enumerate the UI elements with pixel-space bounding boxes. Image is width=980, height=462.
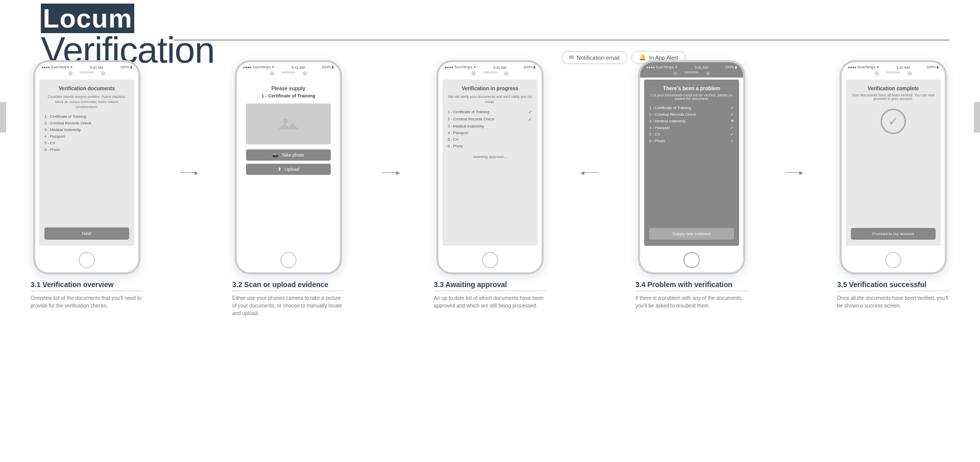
list-item: 5 - CV xyxy=(44,140,129,146)
arrow-1-2: ▶ xyxy=(180,172,195,173)
phone-1-camera-row xyxy=(35,69,138,78)
phone-5-wrapper: ●●●● SureTemps ✦ 9:41 AM 100% ▮ Verifica… xyxy=(832,60,954,310)
phone-2-subtitle: 1 - Certificate of Training xyxy=(246,93,331,98)
doc-label: 2 - Criminal Records Check xyxy=(448,117,495,121)
phone-1-sensor xyxy=(101,71,105,75)
section-3-number: 3.3 Awaiting approval xyxy=(434,280,546,289)
phone-3-camera xyxy=(472,71,476,75)
phone-3-body: We will verify your documents and we'll … xyxy=(448,94,532,105)
section-3-desc: An up to date list of which documents ha… xyxy=(434,294,546,310)
phone-5-home-btn[interactable] xyxy=(885,252,901,268)
phone-4-battery: 100% ▮ xyxy=(725,65,737,69)
doc-label: 1 - Certificate of Training xyxy=(649,106,691,110)
next-button[interactable]: Next xyxy=(44,227,129,240)
list-item: 4 - Passport xyxy=(44,133,129,140)
phone-4-carrier: ●●●● SureTemps ✦ xyxy=(646,65,678,69)
phone-1-time: 9:41 AM xyxy=(90,66,103,69)
take-photo-label: Take photo xyxy=(281,152,304,158)
check-icon: ✓ xyxy=(730,112,734,117)
proceed-button[interactable]: Proceed to my account xyxy=(851,228,936,240)
phone-4-camera-row xyxy=(640,69,743,78)
checklist-item-dark: 2 - Criminal Records Check ✓ xyxy=(649,111,734,118)
phone-1-label-section: 3.1 Verification overview Overview list … xyxy=(28,280,145,310)
checklist-item: 1 - Certificate of Training ✓ xyxy=(448,109,532,116)
section-3-divider xyxy=(434,291,546,291)
phone-2-time: 9:41 AM xyxy=(291,66,305,69)
phone-1-doc-list: 1 - Certificate of Training 2 - Criminal… xyxy=(44,113,129,153)
phone-1-body-text: Curabitur blandit tempus porttitor. Fusc… xyxy=(44,94,129,109)
sidebar-tab-left xyxy=(0,102,6,133)
phone-2-frame: ●●●● SureTemps ✦ 9:41 AM 100% ▮ Please s… xyxy=(235,60,342,274)
title-locum: Locum xyxy=(41,5,214,32)
phone-2-carrier: ●●●● SureTemps ✦ xyxy=(243,65,275,69)
checkmark-circle: ✓ xyxy=(880,109,906,134)
phone-4-body: 1 of your documents could not be verifie… xyxy=(649,93,734,100)
section-1-desc: Overview list of the documents that you'… xyxy=(31,294,143,310)
phone-4-label-section: 3.4 Problem with verification If there i… xyxy=(633,280,750,310)
section-2-divider xyxy=(232,291,345,291)
phone-2-wrapper: ●●●● SureTemps ✦ 9:41 AM 100% ▮ Please s… xyxy=(227,60,350,317)
section-4-desc: If there is a problem with any of the do… xyxy=(635,294,748,310)
doc-label: 4 - Passport xyxy=(649,125,670,130)
x-icon: ✕ xyxy=(730,119,734,123)
phone-1-battery: 100% ▮ xyxy=(120,65,132,69)
phone-2-sensor xyxy=(303,71,307,75)
phone-2-screen: Please supply 1 - Certificate of Trainin… xyxy=(241,80,336,246)
image-placeholder xyxy=(246,104,331,144)
checklist-item-dark: 5 - CV ✓ xyxy=(649,131,734,138)
phone-3-title: Verification in progress xyxy=(448,86,532,91)
section-5-number: 3.5 Verification successful xyxy=(837,280,949,289)
in-app-alert-label: In App Alert xyxy=(649,55,678,61)
phone-3-wrapper: ●●●● SureTemps ✦ 9:41 AM 100% ▮ Verifica… xyxy=(429,60,551,310)
phone-2-home-btn[interactable] xyxy=(280,252,297,268)
camera-icon: 📷 xyxy=(273,152,278,158)
arrow-4-5: ▶ xyxy=(785,172,800,173)
phone-5-camera-row xyxy=(842,69,945,78)
doc-label: 6 - Photo xyxy=(448,144,463,148)
checklist-item: 4 - Passport xyxy=(448,130,532,136)
section-1-divider xyxy=(31,291,143,291)
phone-3-carrier: ●●●● SureTemps ✦ xyxy=(445,65,476,69)
checklist-item: 6 - Photo xyxy=(448,143,532,149)
section-2-number: 3.2 Scan or upload evidence xyxy=(232,280,345,289)
phone-5-carrier: ●●●● SureTemps ✦ xyxy=(848,65,879,69)
supply-evidence-button[interactable]: Supply new evidence xyxy=(649,228,734,240)
locum-text: Locum xyxy=(41,4,134,33)
phone-5-title: Verification complete xyxy=(868,86,919,91)
check-icon: ✓ xyxy=(730,106,734,110)
checklist-item-dark: 1 - Certificate of Training ✓ xyxy=(649,105,734,111)
section-4-divider xyxy=(635,291,748,291)
phone-3-frame: ●●●● SureTemps ✦ 9:41 AM 100% ▮ Verifica… xyxy=(436,60,544,274)
phone-5-time: 9:41 AM xyxy=(896,66,910,69)
phone-3-sensor xyxy=(504,71,508,75)
arrow-3-4: ◀ xyxy=(583,172,599,173)
header-line xyxy=(174,40,949,40)
phone-1-screen: Verification documents Curabitur blandit… xyxy=(39,80,134,246)
phone-4-home-btn[interactable] xyxy=(683,252,700,268)
check-icon: ✓ xyxy=(730,125,734,130)
section-4-number: 3.4 Problem with verification xyxy=(635,280,748,289)
phone-1-carrier: ●●●● SureTemps ✦ xyxy=(41,65,73,69)
phone-5-screen: Verification complete Your documents hav… xyxy=(846,80,941,246)
check-icon: ✓ xyxy=(730,132,734,137)
phone-3-time: 9:41 AM xyxy=(493,66,506,69)
phone-1-status-bar: ●●●● SureTemps ✦ 9:41 AM 100% ▮ xyxy=(35,62,138,69)
phone-3-status-bar: ●●●● SureTemps ✦ 9:41 AM 100% ▮ xyxy=(438,62,542,69)
checklist-item-dark: 4 - Passport ✓ xyxy=(649,124,734,131)
phone-5-speaker xyxy=(886,71,900,73)
phone-3-speaker xyxy=(483,71,497,73)
checklist-item: 2 - Criminal Records Check ✓ xyxy=(448,116,532,123)
doc-label: 2 - Criminal Records Check xyxy=(649,112,696,117)
phone-3-home-btn[interactable] xyxy=(482,252,498,268)
list-item: 1 - Certificate of Training xyxy=(44,113,129,120)
awaiting-text: Awaiting approval... xyxy=(448,155,532,159)
notification-email-label: Notification email xyxy=(577,55,620,61)
upload-button[interactable]: ⬆ Upload xyxy=(246,164,331,175)
phone-2-status-bar: ●●●● SureTemps ✦ 9:41 AM 100% ▮ xyxy=(237,62,340,69)
phone-1-home-btn[interactable] xyxy=(79,252,95,268)
check-icon: ✓ xyxy=(528,117,532,122)
take-photo-button[interactable]: 📷 Take photo xyxy=(246,149,331,161)
doc-label: 6 - Photo xyxy=(649,139,665,143)
phone-1-frame: ●●●● SureTemps ✦ 9:41 AM 100% ▮ Verifica… xyxy=(33,60,140,274)
phone-5-label-section: 3.5 Verification successful Once all the… xyxy=(835,280,952,310)
